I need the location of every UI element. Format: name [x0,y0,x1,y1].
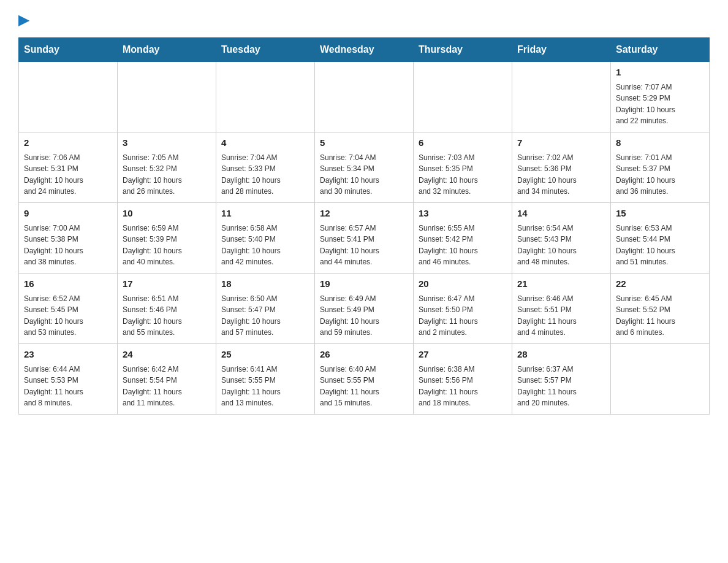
calendar-cell: 4Sunrise: 7:04 AMSunset: 5:33 PMDaylight… [216,132,315,203]
day-info: Sunrise: 7:04 AMSunset: 5:34 PMDaylight:… [320,152,408,197]
day-info: Sunrise: 6:40 AMSunset: 5:55 PMDaylight:… [320,364,408,409]
calendar-cell [216,62,315,132]
day-number: 8 [616,136,704,150]
day-info: Sunrise: 7:04 AMSunset: 5:33 PMDaylight:… [221,152,309,197]
day-number: 21 [517,277,605,291]
calendar-cell: 28Sunrise: 6:37 AMSunset: 5:57 PMDayligh… [512,344,611,415]
day-number: 12 [320,207,408,221]
day-number: 18 [221,277,309,291]
calendar-cell: 26Sunrise: 6:40 AMSunset: 5:55 PMDayligh… [315,344,414,415]
day-number: 15 [616,207,704,221]
day-info: Sunrise: 6:45 AMSunset: 5:52 PMDaylight:… [616,293,704,339]
calendar-cell: 21Sunrise: 6:46 AMSunset: 5:51 PMDayligh… [512,274,611,344]
day-number: 25 [221,348,309,362]
day-info: Sunrise: 7:02 AMSunset: 5:36 PMDaylight:… [517,152,605,197]
day-info: Sunrise: 6:44 AMSunset: 5:53 PMDaylight:… [24,364,112,409]
calendar-cell: 27Sunrise: 6:38 AMSunset: 5:56 PMDayligh… [414,344,512,415]
calendar-cell: 18Sunrise: 6:50 AMSunset: 5:47 PMDayligh… [216,274,315,344]
day-info: Sunrise: 7:00 AMSunset: 5:38 PMDaylight:… [24,223,112,268]
day-number: 14 [517,207,605,221]
logo-blue-text: ▶ [18,12,29,28]
calendar-cell: 16Sunrise: 6:52 AMSunset: 5:45 PMDayligh… [19,274,118,344]
calendar-cell: 23Sunrise: 6:44 AMSunset: 5:53 PMDayligh… [19,344,118,415]
calendar-table: SundayMondayTuesdayWednesdayThursdayFrid… [18,37,710,415]
calendar-cell: 15Sunrise: 6:53 AMSunset: 5:44 PMDayligh… [611,203,710,274]
page-header: ▶ [18,12,710,25]
day-info: Sunrise: 6:42 AMSunset: 5:54 PMDaylight:… [123,364,211,409]
day-info: Sunrise: 6:38 AMSunset: 5:56 PMDaylight:… [419,364,507,409]
day-of-week-header: Saturday [611,38,710,62]
day-number: 26 [320,348,408,362]
day-number: 11 [221,207,309,221]
calendar-cell: 12Sunrise: 6:57 AMSunset: 5:41 PMDayligh… [315,203,414,274]
day-info: Sunrise: 7:05 AMSunset: 5:32 PMDaylight:… [123,152,211,197]
day-info: Sunrise: 7:01 AMSunset: 5:37 PMDaylight:… [616,152,704,197]
day-number: 6 [419,136,507,150]
calendar-week-row: 9Sunrise: 7:00 AMSunset: 5:38 PMDaylight… [19,203,710,274]
calendar-cell [414,62,512,132]
day-info: Sunrise: 7:06 AMSunset: 5:31 PMDaylight:… [24,152,112,197]
day-number: 10 [123,207,211,221]
day-number: 23 [24,348,112,362]
day-info: Sunrise: 6:37 AMSunset: 5:57 PMDaylight:… [517,364,605,409]
day-info: Sunrise: 6:49 AMSunset: 5:49 PMDaylight:… [320,293,408,339]
day-info: Sunrise: 7:03 AMSunset: 5:35 PMDaylight:… [419,152,507,197]
day-number: 3 [123,136,211,150]
day-number: 7 [517,136,605,150]
day-info: Sunrise: 6:58 AMSunset: 5:40 PMDaylight:… [221,223,309,268]
day-number: 1 [616,66,704,80]
day-info: Sunrise: 6:47 AMSunset: 5:50 PMDaylight:… [419,293,507,339]
calendar-cell: 19Sunrise: 6:49 AMSunset: 5:49 PMDayligh… [315,274,414,344]
day-info: Sunrise: 6:55 AMSunset: 5:42 PMDaylight:… [419,223,507,268]
calendar-cell [315,62,414,132]
day-of-week-header: Thursday [414,38,512,62]
calendar-cell: 1Sunrise: 7:07 AMSunset: 5:29 PMDaylight… [611,62,710,132]
calendar-cell [512,62,611,132]
day-number: 2 [24,136,112,150]
day-number: 24 [123,348,211,362]
calendar-header-row: SundayMondayTuesdayWednesdayThursdayFrid… [19,38,710,62]
calendar-week-row: 16Sunrise: 6:52 AMSunset: 5:45 PMDayligh… [19,274,710,344]
day-info: Sunrise: 6:52 AMSunset: 5:45 PMDaylight:… [24,293,112,339]
day-number: 19 [320,277,408,291]
calendar-cell: 22Sunrise: 6:45 AMSunset: 5:52 PMDayligh… [611,274,710,344]
calendar-cell: 6Sunrise: 7:03 AMSunset: 5:35 PMDaylight… [414,132,512,203]
calendar-cell: 10Sunrise: 6:59 AMSunset: 5:39 PMDayligh… [118,203,216,274]
calendar-cell: 5Sunrise: 7:04 AMSunset: 5:34 PMDaylight… [315,132,414,203]
calendar-cell: 3Sunrise: 7:05 AMSunset: 5:32 PMDaylight… [118,132,216,203]
day-number: 13 [419,207,507,221]
logo: ▶ [18,12,29,25]
calendar-week-row: 23Sunrise: 6:44 AMSunset: 5:53 PMDayligh… [19,344,710,415]
calendar-cell: 24Sunrise: 6:42 AMSunset: 5:54 PMDayligh… [118,344,216,415]
calendar-cell: 25Sunrise: 6:41 AMSunset: 5:55 PMDayligh… [216,344,315,415]
day-info: Sunrise: 6:51 AMSunset: 5:46 PMDaylight:… [123,293,211,339]
calendar-cell [118,62,216,132]
day-of-week-header: Tuesday [216,38,315,62]
day-of-week-header: Monday [118,38,216,62]
day-number: 9 [24,207,112,221]
day-number: 5 [320,136,408,150]
calendar-cell: 8Sunrise: 7:01 AMSunset: 5:37 PMDaylight… [611,132,710,203]
day-of-week-header: Friday [512,38,611,62]
calendar-cell: 11Sunrise: 6:58 AMSunset: 5:40 PMDayligh… [216,203,315,274]
day-info: Sunrise: 6:50 AMSunset: 5:47 PMDaylight:… [221,293,309,339]
calendar-cell [19,62,118,132]
day-number: 16 [24,277,112,291]
calendar-week-row: 1Sunrise: 7:07 AMSunset: 5:29 PMDaylight… [19,62,710,132]
day-info: Sunrise: 6:59 AMSunset: 5:39 PMDaylight:… [123,223,211,268]
day-number: 17 [123,277,211,291]
calendar-week-row: 2Sunrise: 7:06 AMSunset: 5:31 PMDaylight… [19,132,710,203]
calendar-cell: 2Sunrise: 7:06 AMSunset: 5:31 PMDaylight… [19,132,118,203]
day-of-week-header: Wednesday [315,38,414,62]
day-info: Sunrise: 6:57 AMSunset: 5:41 PMDaylight:… [320,223,408,268]
day-of-week-header: Sunday [19,38,118,62]
calendar-cell: 14Sunrise: 6:54 AMSunset: 5:43 PMDayligh… [512,203,611,274]
day-info: Sunrise: 7:07 AMSunset: 5:29 PMDaylight:… [616,82,704,127]
calendar-cell: 7Sunrise: 7:02 AMSunset: 5:36 PMDaylight… [512,132,611,203]
day-info: Sunrise: 6:53 AMSunset: 5:44 PMDaylight:… [616,223,704,268]
calendar-cell: 17Sunrise: 6:51 AMSunset: 5:46 PMDayligh… [118,274,216,344]
day-number: 4 [221,136,309,150]
day-info: Sunrise: 6:46 AMSunset: 5:51 PMDaylight:… [517,293,605,339]
calendar-cell: 13Sunrise: 6:55 AMSunset: 5:42 PMDayligh… [414,203,512,274]
day-number: 20 [419,277,507,291]
